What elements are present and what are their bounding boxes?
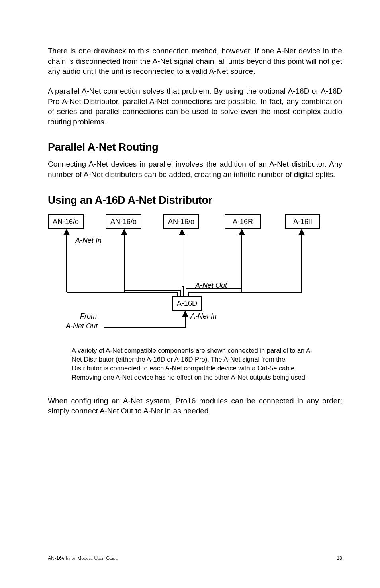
diagram-box-an16o-2: AN-16/o — [106, 214, 141, 229]
footer-guide-title: AN-16/i Input Module User Guide — [48, 555, 118, 561]
page-footer: AN-16/i Input Module User Guide 18 — [48, 555, 342, 561]
heading-using-distributor: Using an A-16D A-Net Distributor — [48, 194, 342, 206]
paragraph-4: When configuring an A-Net system, Pro16 … — [48, 396, 342, 416]
label-from-anet-out: A-Net Out — [66, 322, 98, 330]
label-anet-out: A-Net Out — [195, 281, 227, 290]
paragraph-3: Connecting A-Net devices in parallel inv… — [48, 159, 342, 179]
diagram-caption: A variety of A-Net compatible components… — [72, 346, 316, 382]
label-anet-in-2: A-Net In — [190, 312, 217, 321]
diagram-box-an16o-3: AN-16/o — [163, 214, 199, 229]
diagram-box-an16o-1: AN-16/o — [48, 214, 84, 229]
paragraph-2: A parallel A-Net connection solves that … — [48, 86, 342, 127]
diagram-box-a16ii: A-16II — [285, 214, 320, 229]
diagram-hub-a16d: A-16D — [172, 296, 202, 311]
paragraph-1: There is one drawback to this connection… — [48, 46, 342, 77]
heading-parallel-routing: Parallel A-Net Routing — [48, 141, 342, 153]
footer-page-number: 18 — [337, 555, 342, 561]
label-anet-in: A-Net In — [75, 236, 102, 245]
label-from: From — [80, 312, 97, 321]
routing-diagram: AN-16/o AN-16/o AN-16/o A-16R A-16II A-1… — [48, 214, 343, 338]
diagram-box-a16r: A-16R — [225, 214, 261, 229]
